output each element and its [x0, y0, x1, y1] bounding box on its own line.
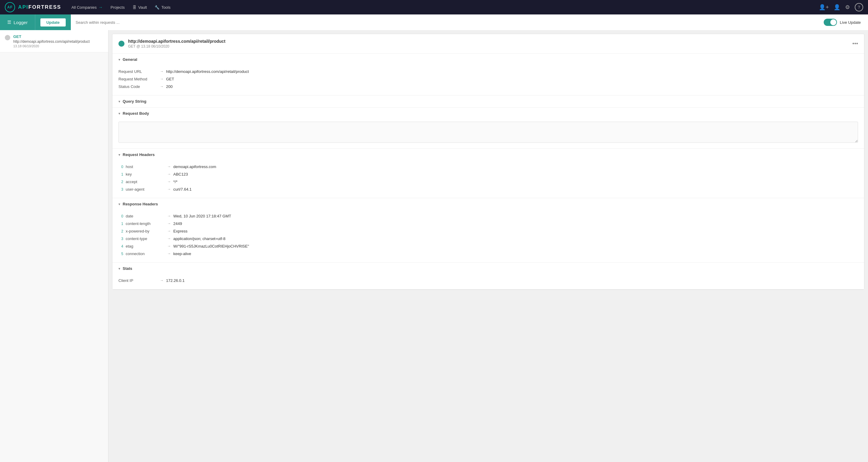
arrow-icon: → [160, 77, 164, 81]
request-body-title: Request Body [123, 111, 149, 116]
chevron-down-icon: ▾ [119, 267, 120, 271]
user-icon[interactable]: 👤 [834, 4, 840, 10]
gear-icon[interactable]: ⚙ [845, 4, 850, 10]
sidebar-item[interactable]: GET http://demoapi.apifortress.com/api/r… [0, 30, 108, 53]
toggle-knob [830, 19, 836, 25]
field-row: 5 connection → keep-alive [119, 250, 858, 258]
nav-right: 👤+ 👤 ⚙ ? [819, 3, 863, 11]
general-title: General [123, 57, 137, 62]
live-update-toggle[interactable] [824, 19, 837, 26]
field-row: Request URL → http://demoapi.apifortress… [119, 68, 858, 75]
response-headers-body: 0 date → Wed, 10 Jun 2020 17:18:47 GMT 1… [113, 210, 864, 262]
logo-icon: AF [5, 2, 15, 12]
request-title: http://demoapi.apifortress.com/api/retai… [128, 39, 849, 48]
live-update-area: Live Update [816, 14, 868, 30]
request-body-header[interactable]: ▾ Request Body [113, 107, 864, 119]
help-icon[interactable]: ? [855, 3, 863, 11]
query-string-title: Query String [123, 99, 147, 104]
field-row: 0 host → demoapi.apifortress.com [119, 163, 858, 170]
request-body-textarea[interactable] [119, 122, 858, 143]
field-value: http://demoapi.apifortress.com/api/retai… [166, 69, 249, 74]
request-headers-title: Request Headers [123, 153, 155, 157]
sidebar-item-content: GET http://demoapi.apifortress.com/api/r… [13, 34, 103, 48]
chevron-down-icon: ▾ [119, 153, 120, 157]
search-input[interactable] [71, 14, 816, 30]
request-headers-section: ▾ Request Headers 0 host → demoapi.apifo… [113, 149, 864, 198]
stats-title: Stats [123, 266, 132, 271]
arrow-icon: → [160, 278, 164, 283]
nav-projects[interactable]: Projects [107, 3, 128, 11]
vault-icon: 🗄 [133, 5, 136, 10]
response-headers-section: ▾ Response Headers 0 date → Wed, 10 Jun … [113, 198, 864, 263]
chevron-down-icon: ▾ [119, 202, 120, 206]
field-row: Client IP → 172.26.0.1 [119, 277, 858, 284]
request-header: http://demoapi.apifortress.com/api/retai… [113, 34, 864, 54]
arrow-icon: → [160, 84, 164, 89]
request-meta: GET @ 13.18 06/10/2020 [128, 44, 849, 48]
top-nav: AF APIFORTRESS All Companies → Projects … [0, 0, 868, 14]
request-headers-header[interactable]: ▾ Request Headers [113, 149, 864, 161]
nav-arrow-icon: → [98, 5, 103, 10]
request-body-section: ▾ Request Body [113, 107, 864, 149]
main-layout: GET http://demoapi.apifortress.com/api/r… [0, 30, 868, 462]
field-value: GET [166, 77, 174, 81]
request-url: http://demoapi.apifortress.com/api/retai… [128, 39, 849, 44]
status-dot [119, 41, 124, 47]
field-key: Request Method [119, 77, 158, 81]
response-headers-title: Response Headers [123, 202, 158, 206]
request-body-content [113, 119, 864, 148]
nav-all-companies[interactable]: All Companies → [68, 3, 106, 11]
general-body: Request URL → http://demoapi.apifortress… [113, 65, 864, 95]
request-headers-body: 0 host → demoapi.apifortress.com 1 key →… [113, 161, 864, 198]
field-value: 200 [166, 84, 173, 89]
field-row: 3 user-agent → curl/7.64.1 [119, 186, 858, 193]
sidebar-url: http://demoapi.apifortress.com/api/retai… [13, 39, 103, 44]
arrow-icon: → [160, 69, 164, 73]
field-key: Request URL [119, 69, 158, 74]
tools-icon: 🔧 [155, 5, 159, 10]
stats-header[interactable]: ▾ Stats [113, 263, 864, 274]
chevron-down-icon: ▾ [119, 99, 120, 104]
logo[interactable]: AF APIFORTRESS [5, 2, 61, 12]
field-row: 4 etag → W/"991-rS5JKmazLu0CotRIEHjoCHVR… [119, 242, 858, 250]
logger-tab[interactable]: ☰ Logger [0, 14, 35, 30]
update-button[interactable]: Update [40, 18, 66, 27]
second-bar: ☰ Logger Update Live Update [0, 14, 868, 30]
field-value: 172.26.0.1 [166, 278, 184, 283]
nav-tools[interactable]: 🔧 Tools [152, 3, 173, 11]
stats-section: ▾ Stats Client IP → 172.26.0.1 [113, 263, 864, 290]
field-key: Client IP [119, 278, 158, 283]
more-options-icon[interactable]: ••• [852, 41, 858, 47]
request-card: http://demoapi.apifortress.com/api/retai… [112, 34, 864, 290]
response-headers-header[interactable]: ▾ Response Headers [113, 198, 864, 210]
add-user-icon[interactable]: 👤+ [819, 4, 829, 10]
sidebar: GET http://demoapi.apifortress.com/api/r… [0, 30, 108, 462]
chevron-down-icon: ▾ [119, 111, 120, 116]
sidebar-dot [5, 35, 10, 40]
field-row: 2 x-powered-by → Express [119, 227, 858, 235]
field-row: 0 date → Wed, 10 Jun 2020 17:18:47 GMT [119, 212, 858, 220]
query-string-header[interactable]: ▾ Query String [113, 96, 864, 107]
field-row: 1 key → ABC123 [119, 170, 858, 178]
sidebar-method: GET [13, 34, 103, 39]
main-content: http://demoapi.apifortress.com/api/retai… [108, 30, 868, 462]
field-row: 2 accept → */* [119, 178, 858, 186]
stats-body: Client IP → 172.26.0.1 [113, 274, 864, 289]
query-string-section: ▾ Query String [113, 96, 864, 107]
field-row: Status Code → 200 [119, 83, 858, 90]
sidebar-time: 13.18 06/10/2020 [13, 44, 103, 48]
general-section: ▾ General Request URL → http://demoapi.a… [113, 54, 864, 96]
chevron-down-icon: ▾ [119, 58, 120, 62]
nav-items: All Companies → Projects 🗄 Vault 🔧 Tools [68, 3, 812, 11]
logger-list-icon: ☰ [7, 20, 11, 25]
field-row: 3 content-type → application/json; chars… [119, 235, 858, 242]
general-section-header[interactable]: ▾ General [113, 54, 864, 65]
live-update-label: Live Update [840, 20, 861, 25]
field-row: Request Method → GET [119, 75, 858, 83]
field-row: 1 content-length → 2449 [119, 220, 858, 227]
field-key: Status Code [119, 84, 158, 89]
nav-vault[interactable]: 🗄 Vault [130, 3, 150, 11]
logo-text: APIFORTRESS [18, 4, 61, 10]
